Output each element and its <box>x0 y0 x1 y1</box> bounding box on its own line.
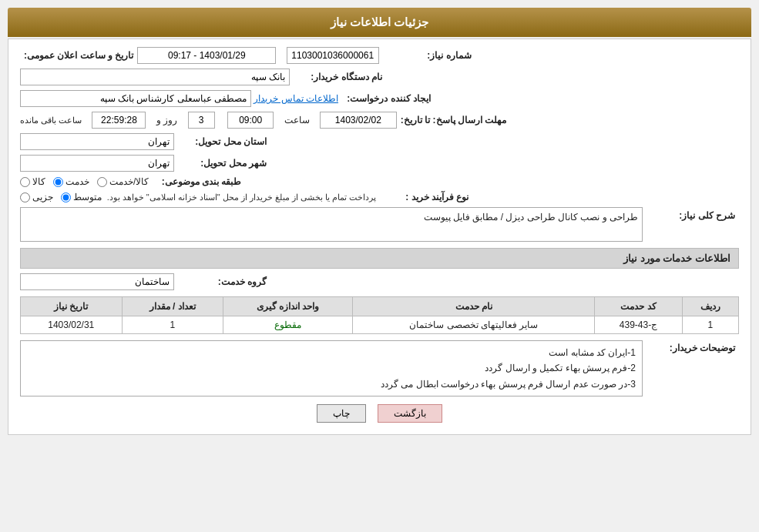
category-kala-khidmat[interactable]: کالا/خدمت <box>97 176 149 187</box>
deadline-time-input[interactable] <box>227 112 274 129</box>
cell-service-name: سایر فعالیتهای تخصصی ساختمان <box>353 316 595 334</box>
col-service-code: کد حدمت <box>595 297 682 316</box>
page-header: جزئیات اطلاعات نیاز <box>8 8 751 37</box>
creator-row: ایجاد کننده درخواست: اطلاعات تماس خریدار <box>20 90 739 107</box>
creator-label: ایجاد کننده درخواست: <box>338 93 431 104</box>
service-group-input[interactable] <box>20 273 174 290</box>
cell-unit: مقطوع <box>223 316 352 334</box>
service-group-label: گروه خدمت: <box>174 276 267 287</box>
col-quantity: تعداد / مقدار <box>122 297 223 316</box>
need-number-input[interactable] <box>287 47 379 64</box>
deadline-row: مهلت ارسال پاسخ: تا تاریخ: ساعت روز و سا… <box>20 112 739 129</box>
need-desc-label: شرح کلی نیاز: <box>643 210 735 221</box>
cell-row-num: 1 <box>682 316 738 334</box>
deadline-days-label: روز و <box>156 115 177 125</box>
cell-service-code: ج-43-439 <box>595 316 682 334</box>
deadline-date-input[interactable] <box>320 112 397 129</box>
purchase-type-radio-group: متوسط جزیی <box>20 192 102 202</box>
province-label: استان محل تحویل: <box>174 136 267 147</box>
purchase-type-medium[interactable]: متوسط <box>61 192 102 202</box>
category-kala[interactable]: کالا <box>20 176 45 187</box>
category-radio-group: کالا/خدمت خدمت کالا <box>20 176 149 187</box>
buyer-org-label: نام دستگاه خریدار: <box>290 72 382 82</box>
buyer-notes-section: توضیحات خریدار: 1-ایران کد مشابه است 2-ف… <box>20 340 739 396</box>
col-service-name: نام حدمت <box>353 297 595 316</box>
need-number-label: شماره نیاز: <box>379 50 472 61</box>
page-title: جزئیات اطلاعات نیاز <box>331 15 428 28</box>
cell-need-date: 1403/02/31 <box>21 316 123 334</box>
city-input[interactable] <box>20 155 174 172</box>
deadline-clock-input[interactable] <box>92 112 146 129</box>
need-number-row: شماره نیاز: تاریخ و ساعت اعلان عمومی: <box>20 47 739 64</box>
services-section-title: اطلاعات خدمات مورد نیاز <box>20 248 739 269</box>
purchase-type-partial[interactable]: جزیی <box>20 192 53 202</box>
announcement-input[interactable] <box>137 47 276 64</box>
buyer-note-line-1: 1-ایران کد مشابه است <box>27 345 636 360</box>
province-row: استان محل تحویل: <box>20 133 739 150</box>
col-need-date: تاریخ نیاز <box>21 297 123 316</box>
deadline-time-label: ساعت <box>284 115 310 125</box>
table-row: 1 ج-43-439 سایر فعالیتهای تخصصی ساختمان … <box>21 316 739 334</box>
category-radio-kala-khidmat[interactable] <box>97 177 107 187</box>
print-button[interactable]: چاپ <box>317 404 366 423</box>
back-button[interactable]: بازگشت <box>378 404 442 423</box>
province-input[interactable] <box>20 133 174 150</box>
city-row: شهر محل تحویل: <box>20 155 739 172</box>
services-table: ردیف کد حدمت نام حدمت واحد اندازه گیری ت… <box>20 296 739 334</box>
creator-input[interactable] <box>20 90 251 107</box>
buyer-notes-box: 1-ایران کد مشابه است 2-فرم پرسش بهاء تکم… <box>20 340 643 396</box>
category-label: طبقه بندی موضوعی: <box>149 176 241 187</box>
col-row-num: ردیف <box>682 297 738 316</box>
purchase-type-row: نوع فرآیند خرید : پرداخت تمام یا بخشی از… <box>20 192 739 202</box>
cell-quantity: 1 <box>122 316 223 334</box>
buyer-org-row: نام دستگاه خریدار: <box>20 69 739 85</box>
buttons-row: بازگشت چاپ <box>20 404 739 423</box>
purchase-type-radio-medium[interactable] <box>61 192 71 202</box>
table-header-row: ردیف کد حدمت نام حدمت واحد اندازه گیری ت… <box>21 297 739 316</box>
purchase-type-radio-partial[interactable] <box>20 192 30 202</box>
creator-link[interactable]: اطلاعات تماس خریدار <box>254 93 338 104</box>
purchase-type-note: پرداخت تمام یا بخشی از مبلغ خریدار از مح… <box>107 192 377 202</box>
category-khidmat[interactable]: خدمت <box>53 176 89 187</box>
need-desc-box: طراحی و نصب کانال طراحی دیزل / مطابق فای… <box>20 207 643 242</box>
buyer-notes-label: توضیحات خریدار: <box>643 343 735 353</box>
buyer-org-input[interactable] <box>20 69 290 85</box>
buyer-note-line-3: 3-در صورت عدم ارسال فرم پرسش بهاء درخواس… <box>27 376 636 392</box>
buyer-note-line-2: 2-فرم پرسش بهاء تکمیل و ارسال گردد <box>27 360 636 376</box>
need-desc-section: شرح کلی نیاز: طراحی و نصب کانال طراحی دی… <box>20 207 739 242</box>
deadline-label: مهلت ارسال پاسخ: تا تاریخ: <box>401 115 506 125</box>
category-row: طبقه بندی موضوعی: کالا/خدمت خدمت کالا <box>20 176 739 187</box>
col-unit: واحد اندازه گیری <box>223 297 352 316</box>
service-group-row: گروه خدمت: <box>20 273 739 290</box>
category-radio-khidmat[interactable] <box>53 177 63 187</box>
announcement-label: تاریخ و ساعت اعلان عمومی: <box>24 50 133 61</box>
need-desc-value: طراحی و نصب کانال طراحی دیزل / مطابق فای… <box>424 212 638 223</box>
deadline-clock-label: ساعت باقی مانده <box>20 115 82 125</box>
category-radio-kala[interactable] <box>20 177 30 187</box>
purchase-type-label: نوع فرآیند خرید : <box>376 192 468 202</box>
city-label: شهر محل تحویل: <box>174 158 267 169</box>
deadline-days-input[interactable] <box>188 112 215 129</box>
